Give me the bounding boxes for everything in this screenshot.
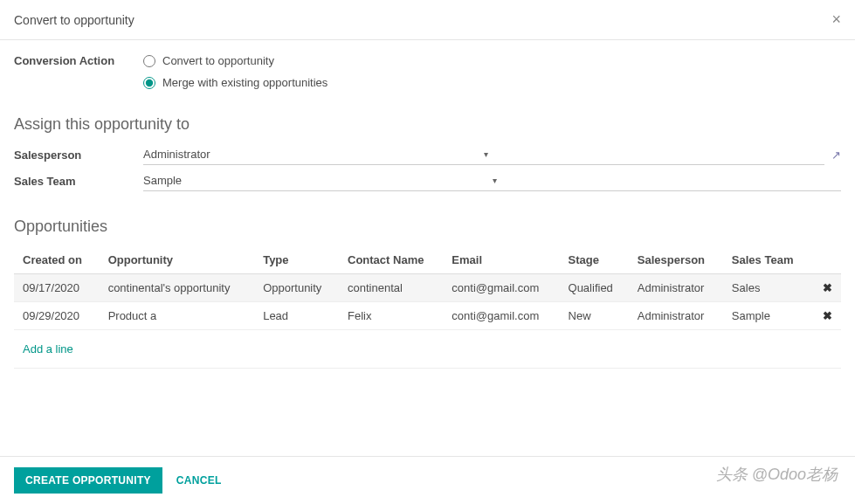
- opportunities-section-title: Opportunities: [14, 217, 841, 236]
- sales-team-row: Sales Team Sample ▾: [14, 170, 841, 191]
- cell-created-on: 09/17/2020: [14, 274, 100, 302]
- chevron-down-icon[interactable]: ▾: [489, 176, 842, 185]
- cell-sales-team: Sample: [723, 302, 811, 330]
- table-row[interactable]: 09/29/2020 Product a Lead Felix conti@ga…: [14, 302, 841, 330]
- th-created-on[interactable]: Created on: [14, 246, 100, 274]
- salesperson-field[interactable]: Administrator ▾: [143, 144, 824, 165]
- th-salesperson[interactable]: Salesperson: [629, 246, 723, 274]
- table-header-row: Created on Opportunity Type Contact Name…: [14, 246, 841, 274]
- sales-team-value: Sample: [143, 174, 489, 187]
- cell-opportunity: continental's opportunity: [100, 274, 255, 302]
- modal-header: Convert to opportunity ×: [0, 0, 855, 40]
- sales-team-label: Sales Team: [14, 175, 143, 188]
- cell-salesperson: Administrator: [629, 302, 723, 330]
- cell-type: Lead: [254, 302, 339, 330]
- radio-convert[interactable]: Convert to opportunity: [143, 54, 274, 67]
- conversion-action-row-2: Merge with existing opportunities: [14, 76, 841, 89]
- radio-merge-label: Merge with existing opportunities: [162, 76, 328, 89]
- cell-sales-team: Sales: [723, 274, 811, 302]
- cell-stage: New: [560, 302, 629, 330]
- delete-row-icon[interactable]: ✖: [823, 309, 832, 322]
- watermark: 头条 @Odoo老杨: [716, 464, 838, 485]
- th-sales-team[interactable]: Sales Team: [723, 246, 811, 274]
- external-link-icon[interactable]: ↗: [831, 148, 841, 162]
- add-line-link[interactable]: Add a line: [23, 337, 82, 361]
- th-delete: [810, 246, 841, 274]
- create-opportunity-button[interactable]: CREATE OPPORTUNITY: [14, 467, 162, 494]
- cell-salesperson: Administrator: [629, 274, 723, 302]
- th-stage[interactable]: Stage: [560, 246, 629, 274]
- cell-created-on: 09/29/2020: [14, 302, 100, 330]
- convert-opportunity-modal: Convert to opportunity × Conversion Acti…: [0, 0, 855, 504]
- radio-convert-input[interactable]: [143, 55, 155, 67]
- salesperson-label: Salesperson: [14, 148, 143, 162]
- salesperson-row: Salesperson Administrator ▾ ↗: [14, 144, 841, 165]
- radio-merge-input[interactable]: [143, 77, 155, 89]
- conversion-action-label: Conversion Action: [14, 54, 143, 67]
- opportunities-table: Created on Opportunity Type Contact Name…: [14, 246, 841, 369]
- salesperson-value: Administrator: [143, 148, 480, 161]
- cell-contact-name: continental: [339, 274, 443, 302]
- modal-body: Conversion Action Convert to opportunity…: [0, 40, 855, 456]
- cell-email: conti@gamil.com: [443, 302, 559, 330]
- cell-opportunity: Product a: [100, 302, 255, 330]
- add-line-row: Add a line: [14, 330, 841, 369]
- sales-team-field[interactable]: Sample ▾: [143, 170, 841, 191]
- cancel-button[interactable]: CANCEL: [176, 474, 222, 487]
- close-icon[interactable]: ×: [831, 10, 841, 29]
- th-email[interactable]: Email: [443, 246, 559, 274]
- th-opportunity[interactable]: Opportunity: [100, 246, 255, 274]
- cell-contact-name: Felix: [339, 302, 443, 330]
- cell-stage: Qualified: [560, 274, 629, 302]
- conversion-action-row: Conversion Action Convert to opportunity: [14, 54, 841, 67]
- cell-email: conti@gmail.com: [443, 274, 559, 302]
- radio-convert-label: Convert to opportunity: [162, 54, 274, 67]
- cell-type: Opportunity: [254, 274, 339, 302]
- table-row[interactable]: 09/17/2020 continental's opportunity Opp…: [14, 274, 841, 302]
- delete-row-icon[interactable]: ✖: [823, 281, 832, 294]
- th-type[interactable]: Type: [254, 246, 339, 274]
- th-contact-name[interactable]: Contact Name: [339, 246, 443, 274]
- chevron-down-icon[interactable]: ▾: [480, 149, 824, 159]
- modal-title: Convert to opportunity: [14, 13, 134, 27]
- assign-section-title: Assign this opportunity to: [14, 115, 841, 134]
- radio-merge[interactable]: Merge with existing opportunities: [143, 76, 328, 89]
